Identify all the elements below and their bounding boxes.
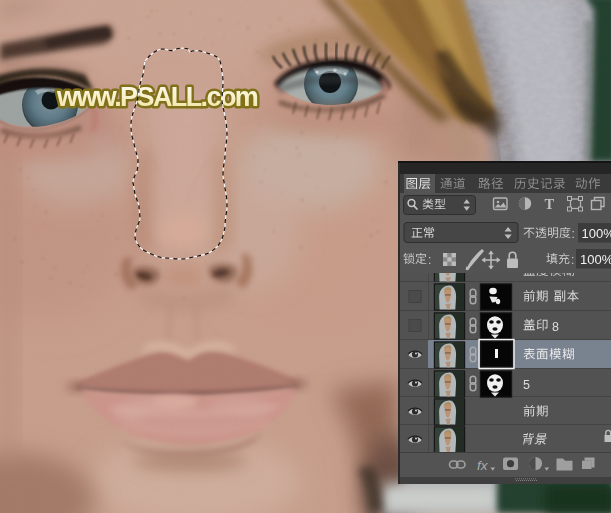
svg-text::: : [572, 227, 575, 241]
svg-text:100%: 100% [582, 226, 611, 241]
svg-text:8: 8 [552, 320, 559, 334]
svg-text:T: T [545, 196, 555, 212]
svg-text::: : [571, 253, 574, 267]
svg-text::: : [428, 253, 431, 267]
svg-text:fx: fx [477, 458, 489, 473]
svg-text:100%: 100% [580, 252, 611, 267]
svg-text:5: 5 [523, 378, 530, 392]
svg-text:www.PSALL.com: www.PSALL.com [56, 82, 258, 112]
